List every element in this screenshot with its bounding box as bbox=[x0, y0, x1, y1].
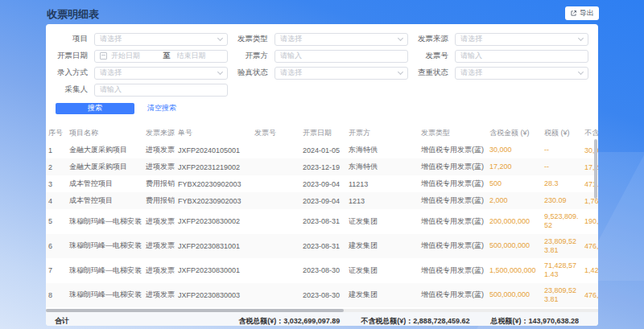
chevron-down-icon bbox=[578, 68, 584, 74]
table-row[interactable]: 8 珠穆朗玛峰—电梯安装 进项发票 JXFP20230830003 2023-0… bbox=[46, 283, 598, 308]
cell-amount-with-tax: 200,000,000 bbox=[487, 209, 542, 234]
summary-with-tax-label: 含税总额(¥)： bbox=[238, 317, 283, 325]
cell-amount-with-tax: 500 bbox=[487, 175, 542, 192]
vertical-scrollbar[interactable] bbox=[594, 139, 597, 199]
issuer-input[interactable]: 请输入 bbox=[275, 50, 408, 63]
cell-type: 增值税专用发票(蓝) bbox=[419, 258, 487, 283]
cell-date: 2023-08-30 bbox=[300, 283, 346, 308]
clear-search-link[interactable]: 清空搜索 bbox=[147, 103, 176, 113]
col-header-no: 序号 bbox=[46, 125, 67, 142]
project-select[interactable]: 请选择 bbox=[94, 33, 228, 46]
export-button[interactable]: 导出 bbox=[565, 6, 599, 20]
verify-status-filter-label: 验真状态 bbox=[228, 68, 268, 78]
cell-source: 费用报销 bbox=[143, 192, 175, 209]
summary-no-tax-value: 2,888,728,459.62 bbox=[413, 317, 469, 325]
cell-invoice-no bbox=[252, 175, 300, 192]
cell-type: 增值税专用发票(蓝) bbox=[419, 209, 487, 234]
chevron-down-icon bbox=[217, 35, 223, 40]
verify-status-select[interactable]: 请选择 bbox=[275, 67, 408, 80]
cell-tax: 28.3 bbox=[542, 175, 582, 192]
cell-type: 增值税专用发票(蓝) bbox=[419, 175, 487, 192]
col-header-date: 开票日期 bbox=[300, 125, 346, 142]
table-row[interactable]: 3 成本管控项目 费用报销 FYBX20230902003 2023-09-04… bbox=[46, 175, 598, 192]
project-select-placeholder: 请选择 bbox=[100, 34, 218, 44]
cell-date: 2023-08-31 bbox=[300, 234, 346, 259]
invoice-no-input[interactable]: 请输入 bbox=[455, 50, 588, 63]
cell-order-no: JXFP20240105001 bbox=[175, 142, 252, 158]
table-row[interactable]: 4 成本管控项目 费用报销 FYBX20230902003 2023-09-04… bbox=[46, 192, 598, 209]
entry-method-select-placeholder: 请选择 bbox=[100, 68, 218, 78]
cell-amount-with-tax: 500,000,000 bbox=[487, 283, 542, 308]
search-button[interactable]: 搜索 bbox=[56, 103, 134, 114]
col-header-tax: 税额 (¥) bbox=[542, 125, 582, 142]
cell-invoice-no bbox=[252, 142, 300, 158]
calendar-icon bbox=[100, 52, 107, 60]
cell-tax: -- bbox=[542, 158, 582, 175]
cell-project: 珠穆朗玛峰—电梯安装 bbox=[67, 258, 143, 283]
cell-project: 金融大厦采购项目 bbox=[67, 158, 143, 175]
cell-no: 5 bbox=[46, 209, 67, 234]
cell-project: 成本管控项目 bbox=[67, 175, 143, 192]
cell-invoice-no bbox=[252, 234, 300, 259]
cell-issuer: 东海特供 bbox=[346, 158, 419, 175]
issuer-filter-label: 开票方 bbox=[228, 51, 268, 61]
date-range-separator: 至 bbox=[163, 51, 171, 61]
dup-check-status-select[interactable]: 请选择 bbox=[455, 67, 588, 80]
cell-no: 3 bbox=[46, 175, 67, 192]
summary-total-tax-label: 总税额(¥)： bbox=[490, 317, 528, 325]
cell-date: 2023-08-31 bbox=[300, 209, 346, 234]
project-filter-label: 项目 bbox=[47, 34, 88, 44]
cell-order-no: FYBX20230902003 bbox=[175, 175, 252, 192]
content-card: 项目 请选择 发票类型 请选择 发票来源 请选择 bbox=[46, 24, 598, 326]
date-start-placeholder: 开始日期 bbox=[111, 51, 157, 61]
collector-input[interactable]: 请输入 bbox=[94, 84, 228, 97]
horizontal-scrollbar-thumb[interactable] bbox=[46, 309, 344, 312]
entry-method-select[interactable]: 请选择 bbox=[94, 67, 228, 80]
cell-no: 8 bbox=[46, 283, 67, 308]
invoice-no-filter-label: 发票号 bbox=[408, 51, 448, 61]
cell-tax: 23,809,523.81 bbox=[542, 234, 582, 259]
cell-invoice-no bbox=[252, 209, 300, 234]
table-row[interactable]: 6 珠穆朗玛峰—电梯安装 进项发票 JXFP20230831001 2023-0… bbox=[46, 234, 598, 259]
cell-issuer: 证发集团 bbox=[346, 258, 419, 283]
cell-amount-with-tax: 2,000 bbox=[487, 192, 542, 209]
table-row[interactable]: 5 珠穆朗玛峰—电梯安装 进项发票 JXFP20230830002 2023-0… bbox=[46, 209, 598, 234]
collector-input-placeholder: 请输入 bbox=[100, 84, 222, 95]
cell-source: 进项发票 bbox=[143, 283, 175, 308]
entry-method-filter-label: 录入方式 bbox=[47, 68, 88, 78]
cell-invoice-no bbox=[252, 158, 300, 175]
cell-issuer: 建发集团 bbox=[346, 283, 419, 308]
verify-status-select-placeholder: 请选择 bbox=[280, 68, 398, 78]
invoice-date-range-picker[interactable]: 开始日期 至 结束日期 bbox=[94, 50, 228, 63]
cell-order-no: JXFP20231219002 bbox=[175, 158, 252, 175]
col-header-order-no: 单号 bbox=[175, 125, 252, 142]
table-row[interactable]: 7 珠穆朗玛峰—电梯安装 进项发票 JXFP20230830001 2023-0… bbox=[46, 258, 598, 283]
invoice-type-select[interactable]: 请选择 bbox=[275, 33, 408, 46]
cell-type: 增值税专用发票(蓝) bbox=[419, 142, 487, 158]
cell-amount-no-tax: 476,190,476.19 bbox=[582, 234, 598, 259]
table-body: 1 金融大厦采购项目 进项发票 JXFP20240105001 2024-01-… bbox=[46, 142, 598, 307]
cell-amount-no-tax: 476,190,476.19 bbox=[582, 283, 598, 308]
table-row[interactable]: 2 金融大厦采购项目 进项发票 JXFP20231219002 2023-12-… bbox=[46, 158, 598, 175]
cell-type: 增值税专用发票(蓝) bbox=[419, 158, 487, 175]
table-row[interactable]: 1 金融大厦采购项目 进项发票 JXFP20240105001 2024-01-… bbox=[46, 142, 598, 158]
cell-tax: -- bbox=[542, 142, 582, 158]
col-header-project: 项目名称 bbox=[67, 125, 143, 142]
cell-no: 2 bbox=[46, 158, 67, 175]
cell-type: 增值税专用发票(蓝) bbox=[419, 283, 487, 308]
chevron-down-icon bbox=[217, 68, 223, 74]
cell-source: 进项发票 bbox=[143, 258, 175, 283]
horizontal-scrollbar[interactable] bbox=[46, 309, 598, 312]
invoice-source-select[interactable]: 请选择 bbox=[455, 33, 588, 46]
cell-source: 进项发票 bbox=[143, 209, 175, 234]
summary-total-tax-value: 143,970,638.28 bbox=[528, 317, 579, 325]
cell-issuer: 建发集团 bbox=[346, 234, 419, 259]
cell-project: 珠穆朗玛峰—电梯安装 bbox=[67, 283, 143, 308]
cell-no: 4 bbox=[46, 192, 67, 209]
summary-no-tax-label: 不含税总额(¥)： bbox=[361, 317, 413, 325]
export-label: 导出 bbox=[580, 8, 594, 19]
cell-amount-with-tax: 17,200 bbox=[487, 158, 542, 175]
invoice-source-select-placeholder: 请选择 bbox=[460, 34, 579, 44]
filter-panel: 项目 请选择 发票类型 请选择 发票来源 请选择 bbox=[46, 24, 598, 114]
invoice-type-filter-label: 发票类型 bbox=[228, 34, 268, 44]
